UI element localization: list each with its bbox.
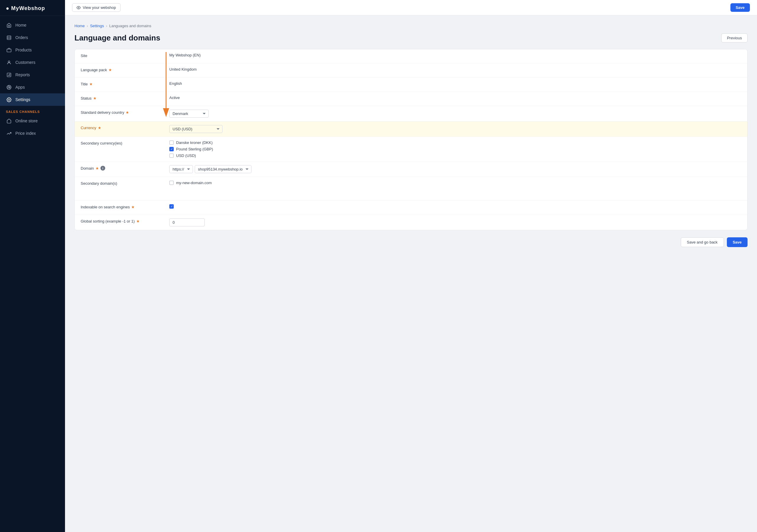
- sidebar-item-settings[interactable]: Settings: [0, 93, 65, 106]
- domain-group: https:// http:// shop95134.mywebshop.io: [169, 165, 252, 173]
- sidebar-item-apps[interactable]: Apps: [0, 81, 65, 93]
- form-label-secondary-domain: Secondary domain(s): [75, 177, 164, 190]
- delivery-country-select[interactable]: Denmark United Kingdom United States: [169, 110, 209, 118]
- sidebar-item-online-store[interactable]: Online store: [0, 115, 65, 127]
- sidebar-item-reports[interactable]: Reports: [0, 69, 65, 81]
- form-label-site: Site: [75, 49, 164, 62]
- content-area: Home › Settings › Languages and domains …: [65, 16, 757, 532]
- sidebar-logo: ● MyWebshop: [0, 0, 65, 16]
- required-star: ★: [95, 166, 99, 171]
- sidebar-item-label: Customers: [15, 60, 36, 65]
- form-value-delivery-country: Denmark United Kingdom United States: [164, 106, 747, 121]
- secondary-domain-item[interactable]: my-new-domain.com: [169, 181, 212, 185]
- topbar: View your webshop Save: [65, 0, 757, 16]
- sidebar-item-price-index[interactable]: Price index: [0, 127, 65, 140]
- eye-icon: [76, 6, 81, 10]
- checkbox-dkk[interactable]: [169, 141, 174, 145]
- sidebar-item-label: Reports: [15, 73, 30, 77]
- required-star: ★: [93, 96, 97, 101]
- form-row-secondary-currency: Secondary currency(ies) Danske kroner (D…: [75, 137, 747, 162]
- form-label-delivery-country: Standard delivery country ★: [75, 106, 164, 119]
- svg-point-8: [78, 7, 79, 8]
- sidebar-item-orders[interactable]: Orders: [0, 31, 65, 44]
- secondary-currency-dkk[interactable]: Danske kroner (DKK): [169, 141, 213, 145]
- breadcrumb-settings[interactable]: Settings: [90, 24, 104, 28]
- form-label-status: Status ★: [75, 92, 164, 105]
- store-icon: [6, 118, 12, 124]
- form-value-secondary-domain: my-new-domain.com: [164, 177, 747, 189]
- form-label-domain: Domain ★ i: [75, 162, 164, 175]
- domain-select[interactable]: shop95134.mywebshop.io: [195, 165, 252, 173]
- page-title: Language and domains: [75, 33, 160, 43]
- topbar-left: View your webshop: [72, 3, 121, 12]
- form-label-secondary-currency: Secondary currency(ies): [75, 137, 164, 149]
- svg-rect-0: [7, 36, 11, 40]
- reports-icon: [6, 72, 12, 78]
- breadcrumb-current: Languages and domains: [109, 24, 151, 28]
- logo-text: ● MyWebshop: [6, 5, 45, 11]
- sidebar-item-home[interactable]: Home: [0, 19, 65, 31]
- form-row-indexable: Indexable on search engines ★ ✓: [75, 201, 747, 215]
- customers-icon: [6, 59, 12, 65]
- form-value-currency: USD (USD) DKK (DKK) GBP (GBP): [164, 121, 747, 137]
- sidebar-item-products[interactable]: Products: [0, 44, 65, 56]
- apps-icon: [6, 84, 12, 90]
- previous-button[interactable]: Previous: [721, 33, 747, 43]
- domain-info-icon[interactable]: i: [101, 166, 105, 171]
- form-label-title: Title ★: [75, 78, 164, 90]
- breadcrumb-home[interactable]: Home: [75, 24, 85, 28]
- required-star: ★: [131, 205, 135, 209]
- form-row-language-pack: Language pack ★ United Kingdom: [75, 64, 747, 78]
- form-value-secondary-currency: Danske kroner (DKK) ✓ Pound Sterling (GB…: [164, 137, 747, 161]
- required-star: ★: [136, 219, 140, 223]
- checkbox-secondary-domain[interactable]: [169, 181, 174, 185]
- checkbox-usd[interactable]: [169, 153, 174, 158]
- secondary-currency-list: Danske kroner (DKK) ✓ Pound Sterling (GB…: [169, 141, 213, 158]
- form-section: Site My Webshop (EN) Language pack ★ Uni…: [75, 49, 747, 230]
- home-icon: [6, 22, 12, 28]
- currency-select[interactable]: USD (USD) DKK (DKK) GBP (GBP): [169, 125, 223, 133]
- breadcrumb: Home › Settings › Languages and domains: [75, 24, 747, 28]
- form-row-currency: Currency ★ USD (USD) DKK (DKK) GBP (GBP): [75, 121, 747, 137]
- bottom-actions: Save and go back Save: [75, 237, 747, 247]
- form-row-global-sorting: Global sorting (example -1 or 1) ★: [75, 215, 747, 230]
- sales-channels-label: SALES CHANNELS: [0, 106, 65, 115]
- save-go-back-button[interactable]: Save and go back: [681, 237, 724, 247]
- products-icon: [6, 47, 12, 53]
- sidebar-item-label: Home: [15, 23, 26, 27]
- required-star: ★: [126, 110, 129, 115]
- sidebar-item-label: Orders: [15, 35, 28, 40]
- form-value-domain: https:// http:// shop95134.mywebshop.io: [164, 162, 747, 177]
- sidebar-item-label: Online store: [15, 118, 38, 123]
- required-star: ★: [108, 68, 112, 72]
- form-value-language-pack: United Kingdom: [164, 64, 747, 75]
- required-star: ★: [89, 82, 93, 86]
- main-area: View your webshop Save Home › Settings ›…: [65, 0, 757, 532]
- sidebar: ● MyWebshop Home Orders Products: [0, 0, 65, 532]
- view-webshop-button[interactable]: View your webshop: [72, 3, 121, 12]
- form-row-site: Site My Webshop (EN): [75, 49, 747, 64]
- secondary-currency-usd[interactable]: USD (USD): [169, 153, 213, 158]
- sidebar-item-customers[interactable]: Customers: [0, 56, 65, 69]
- breadcrumb-sep-1: ›: [87, 24, 88, 28]
- global-sorting-input[interactable]: [169, 218, 205, 226]
- form-row-delivery-country: Standard delivery country ★ Denmark Unit…: [75, 106, 747, 121]
- price-icon: [6, 130, 12, 136]
- save-button-bottom[interactable]: Save: [727, 237, 747, 247]
- page-header: Language and domains Previous: [75, 33, 747, 43]
- indexable-checkbox[interactable]: ✓: [169, 204, 174, 209]
- checkbox-gbp[interactable]: ✓: [169, 147, 174, 151]
- svg-rect-3: [7, 49, 11, 52]
- form-label-language-pack: Language pack ★: [75, 64, 164, 76]
- form-value-status: Active: [164, 92, 747, 104]
- sidebar-nav: Home Orders Products Customers: [0, 16, 65, 532]
- save-button-top[interactable]: Save: [730, 3, 750, 12]
- form-value-global-sorting: [164, 215, 747, 230]
- form-row-domain: Domain ★ i https:// http:// shop95134.my…: [75, 162, 747, 177]
- protocol-select[interactable]: https:// http://: [169, 165, 193, 173]
- svg-point-7: [8, 99, 10, 100]
- secondary-currency-gbp[interactable]: ✓ Pound Sterling (GBP): [169, 147, 213, 151]
- form-card: Site My Webshop (EN) Language pack ★ Uni…: [75, 49, 747, 230]
- form-row-status: Status ★ Active: [75, 92, 747, 106]
- form-row-title: Title ★ English: [75, 78, 747, 92]
